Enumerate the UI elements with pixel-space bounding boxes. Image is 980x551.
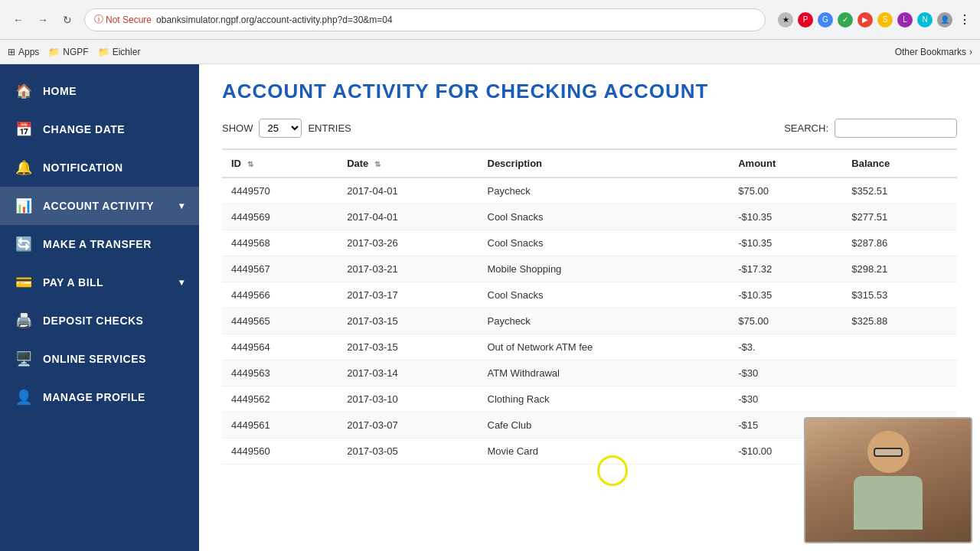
cell-description: ATM Withdrawal [479,360,730,386]
cell-date: 2017-03-07 [338,412,478,439]
forward-button[interactable]: → [32,9,54,31]
cell-description: Movie Card [479,439,730,465]
folder-icon-ngpf: 📁 [48,47,60,57]
ext-icon-2[interactable]: ✓ [838,12,853,28]
cell-amount: -$30 [729,360,842,386]
nav-buttons: ← → ↻ [8,9,78,31]
not-secure-label: Not Secure [106,15,152,25]
sidebar-item-change-date[interactable]: 📅 CHANGE DATE [0,110,199,148]
sidebar-item-notification[interactable]: 🔔 NOTIFICATION [0,148,199,187]
sidebar-item-make-transfer-label: MAKE A TRANSFER [43,238,152,250]
entries-select[interactable]: 25 10 50 100 [259,119,302,138]
cell-id: 4449568 [222,230,338,256]
sort-icon-id: ⇅ [247,160,253,168]
table-row: 4449568 2017-03-26 Cool Snacks -$10.35 $… [222,230,957,256]
table-row: 4449570 2017-04-01 Paycheck $75.00 $352.… [222,178,957,204]
col-header-date[interactable]: Date ⇅ [338,149,478,178]
ext-icon-1[interactable]: G [818,12,833,28]
sidebar-item-home[interactable]: 🏠 HOME [0,72,199,110]
sidebar-item-deposit-checks[interactable]: 🖨️ DEPOSIT CHECKS [0,302,199,340]
cell-date: 2017-03-21 [338,256,478,282]
bookmark-ngpf[interactable]: 📁 NGPF [48,47,88,57]
menu-icon[interactable]: ⋮ [957,12,972,28]
cell-date: 2017-03-17 [338,282,478,308]
sidebar-item-account-activity[interactable]: 📊 ACCOUNT ACTIVITY ▾ [0,187,199,225]
cell-date: 2017-03-10 [338,386,478,412]
cell-id: 4449563 [222,360,338,386]
cell-date: 2017-03-15 [338,334,478,360]
reload-button[interactable]: ↻ [57,9,78,31]
sidebar-item-online-services[interactable]: 🖥️ ONLINE SERVICES [0,340,199,378]
cell-amount: -$10.35 [729,282,842,308]
search-label: SEARCH: [784,122,828,134]
ext-icon-6[interactable]: N [917,12,933,28]
sort-icon-date: ⇅ [374,160,381,168]
ext-icon-5[interactable]: L [897,12,913,28]
deposit-icon: 🖨️ [15,312,32,329]
col-header-id[interactable]: ID ⇅ [222,149,338,178]
cell-date: 2017-04-01 [338,204,478,230]
person-shape [854,431,923,530]
table-row: 4449564 2017-03-15 Out of Network ATM fe… [222,334,957,360]
cell-amount: -$3. [729,334,842,360]
sidebar-item-manage-profile-label: MANAGE PROFILE [43,391,145,403]
cell-description: Cool Snacks [479,204,730,230]
sidebar-item-home-label: HOME [43,85,77,97]
cell-description: Cool Snacks [479,230,730,256]
sidebar-item-manage-profile[interactable]: 👤 MANAGE PROFILE [0,378,199,416]
cell-balance: $352.51 [842,178,957,204]
bookmark-apps[interactable]: ⊞ Apps [8,47,39,57]
profile-icon[interactable]: 👤 [937,12,952,28]
cell-amount: $75.00 [729,308,842,334]
ext-icon-3[interactable]: ▶ [858,12,873,28]
ext-icon-4[interactable]: S [877,12,893,28]
video-overlay [804,417,972,543]
back-button[interactable]: ← [8,9,29,31]
cell-balance [842,360,957,386]
sidebar-item-online-services-label: ONLINE SERVICES [43,353,146,365]
page-title: ACCOUNT ACTIVITY FOR CHECKING ACCOUNT [222,80,957,103]
cell-balance [842,386,957,412]
cell-amount: -$10.35 [729,230,842,256]
table-controls: SHOW 25 10 50 100 ENTRIES SEARCH: [222,119,957,138]
online-icon: 🖥️ [15,350,32,367]
sidebar-item-pay-bill[interactable]: 💳 PAY A BILL ▾ [0,263,199,302]
table-row: 4449562 2017-03-10 Clothing Rack -$30 [222,386,957,412]
cell-amount: -$30 [729,386,842,412]
video-person [805,419,971,542]
cell-amount: $75.00 [729,178,842,204]
pinterest-icon[interactable]: P [798,12,813,28]
cell-id: 4449562 [222,386,338,412]
bookmarks-bar: ⊞ Apps 📁 NGPF 📁 Eichler Other Bookmarks … [0,40,980,64]
folder-icon-eichler: 📁 [98,47,109,57]
sidebar-item-make-transfer[interactable]: 🔄 MAKE A TRANSFER [0,225,199,263]
home-icon: 🏠 [15,83,32,99]
cell-description: Cafe Club [479,412,730,439]
bookmark-other[interactable]: Other Bookmarks › [895,47,972,57]
show-entries-control: SHOW 25 10 50 100 ENTRIES [222,119,351,138]
chevron-down-icon: › [969,47,972,57]
url-display: obanksimulator.ngpf.org/account-activity… [156,15,393,25]
cell-id: 4449566 [222,282,338,308]
cell-id: 4449564 [222,334,338,360]
sidebar-item-deposit-checks-label: DEPOSIT CHECKS [43,315,143,327]
not-secure-indicator: ⓘ Not Secure [94,13,152,26]
person-head [867,431,910,473]
cell-description: Paycheck [479,178,730,204]
cell-id: 4449565 [222,308,338,334]
col-header-balance[interactable]: Balance [842,149,957,178]
col-header-amount[interactable]: Amount [729,149,842,178]
search-area: SEARCH: [784,119,957,138]
star-icon[interactable]: ★ [778,12,793,28]
table-header-row: ID ⇅ Date ⇅ Description Amount Balance [222,149,957,178]
cell-balance: $315.53 [842,282,957,308]
lock-icon: ⓘ [94,13,103,26]
bookmark-eichler[interactable]: 📁 Eichler [98,47,141,57]
col-header-description[interactable]: Description [479,149,730,178]
address-bar[interactable]: ⓘ Not Secure obanksimulator.ngpf.org/acc… [84,8,766,31]
table-row: 4449567 2017-03-21 Mobile Shopping -$17.… [222,256,957,282]
table-row: 4449565 2017-03-15 Paycheck $75.00 $325.… [222,308,957,334]
cell-date: 2017-03-14 [338,360,478,386]
search-input[interactable] [835,119,957,138]
entries-label: ENTRIES [308,122,351,134]
